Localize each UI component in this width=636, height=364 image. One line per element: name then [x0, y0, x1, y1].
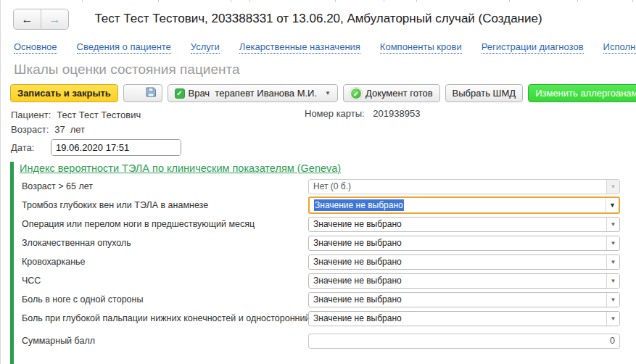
forward-arrow-icon: → [49, 13, 61, 26]
patient-info: Пациент: Тест Тест Тестович Номер карты:… [1, 107, 636, 157]
floppy-save-icon [129, 75, 157, 111]
save-and-close-button[interactable]: Записать и закрыть [10, 84, 118, 102]
combo-value: Значение не выбрано [310, 198, 606, 212]
chevron-down-icon[interactable]: ▼ [606, 218, 619, 231]
chevron-down-icon[interactable]: ▼ [606, 293, 619, 307]
combo-value: Значение не выбрано [309, 236, 606, 250]
tab-services[interactable]: Услуги [191, 41, 220, 54]
combo-leg-pain[interactable]: Значение не выбрано ▼ [308, 292, 620, 307]
chevron-down-icon[interactable]: ▼ [606, 312, 619, 326]
age-label: Возраст: [11, 124, 49, 135]
combo-value: Значение не выбрано [309, 293, 606, 307]
card-number-block: Номер карты: 201938953 [305, 108, 420, 119]
combo-value: Значение не выбрано [309, 218, 606, 231]
checkbox-checked-icon: ✓ [175, 88, 185, 99]
tab-performers[interactable]: Исполнители [603, 41, 636, 54]
field-label-malignancy: Злокачественная опухоль [20, 233, 308, 252]
chevron-down-icon[interactable]: ▼ [606, 236, 619, 250]
ambulatory-case-window: { "window": { "title": "Тест Тест Тестов… [0, 0, 636, 364]
combo-palpation-pain-edema[interactable]: Значение не выбрано ▼ [308, 311, 620, 326]
card-number-value: 201938953 [373, 108, 420, 119]
section-tabs: Основное Сведения о пациенте Услуги Лека… [1, 41, 636, 54]
date-line: Дата: [11, 138, 636, 157]
patient-label: Пациент: [11, 109, 51, 120]
field-label-surgery-fracture: Операция или перелом ноги в предшествующ… [20, 215, 308, 233]
combo-heart-rate[interactable]: Значение не выбрано ▼ [308, 273, 620, 289]
combo-age-over-65[interactable]: Нет (0 б.) ▼ [308, 179, 620, 194]
tab-blood-components[interactable]: Компоненты крови [380, 41, 462, 54]
toolbar: Записать и закрыть ✓ Врач терапевт Ивано… [1, 84, 636, 102]
tab-main[interactable]: Основное [14, 41, 57, 54]
combo-malignancy[interactable]: Значение не выбрано ▼ [308, 236, 620, 251]
green-check-circle-icon: ✓ [350, 88, 362, 99]
date-field [51, 139, 181, 156]
history-nav: ← → [13, 9, 69, 30]
combo-hemoptysis[interactable]: Значение не выбрано ▼ [308, 255, 620, 270]
combo-value: Нет (0 б.) [309, 180, 606, 194]
field-label-age-over-65: Возраст > 65 лет [20, 177, 308, 196]
selected-text: Значение не выбрано [314, 199, 404, 211]
page-subtitle: Шкалы оценки состояния пациента [1, 62, 636, 78]
field-label-palpation-pain-edema: Боль при глубокой пальпации нижних конеч… [20, 309, 308, 328]
top-edge-artifacts [1, 0, 636, 3]
tab-patient-info[interactable]: Сведения о пациенте [77, 41, 171, 54]
save-button[interactable] [123, 84, 162, 102]
combo-dvt-history[interactable]: Значение не выбрано ▼ [308, 197, 620, 214]
date-label: Дата: [11, 142, 45, 153]
page-title: Тест Тест Тестович, 203388331 от 13.06.2… [1, 12, 636, 26]
age-value: 37 [54, 124, 65, 135]
combo-value: Значение не выбрано [309, 255, 606, 269]
geneva-scale-title[interactable]: Индекс вероятности ТЭЛА по клиническим п… [20, 162, 341, 174]
back-arrow-icon: ← [22, 13, 33, 26]
card-number-label: Номер карты: [305, 108, 365, 119]
tab-diagnoses[interactable]: Регистрации диагнозов [482, 41, 584, 54]
patient-name: Тест Тест Тестович [57, 109, 141, 120]
doctor-select[interactable]: ✓ Врач терапевт Иванова М.И. ▼ [168, 84, 338, 102]
doctor-select-label: Врач терапевт Иванова М.И. [189, 88, 318, 99]
chevron-down-icon[interactable]: ▼ [606, 180, 619, 194]
field-label-dvt-history: Тромбоз глубоких вен или ТЭЛА в анамнезе [20, 196, 308, 215]
chevron-down-icon[interactable]: ▼ [606, 274, 619, 288]
scale-form: Возраст > 65 лет Нет (0 б.) ▼ Тромбоз гл… [20, 177, 620, 350]
combo-surgery-fracture[interactable]: Значение не выбрано ▼ [308, 217, 620, 232]
geneva-scale-section: Индекс вероятности ТЭЛА по клиническим п… [10, 162, 620, 364]
chevron-down-icon[interactable]: ▼ [606, 255, 619, 269]
total-score-input[interactable] [308, 334, 620, 349]
back-button[interactable]: ← [14, 9, 41, 29]
combo-value: Значение не выбрано [309, 274, 606, 288]
chevron-down-icon: ▼ [325, 90, 331, 96]
patient-line: Пациент: Тест Тест Тестович Номер карты:… [11, 107, 636, 122]
field-label-hemoptysis: Кровохарканье [20, 252, 308, 271]
select-shmd-button[interactable]: Выбрать ШМД [445, 84, 524, 102]
total-score-label: Суммарный балл [20, 331, 308, 350]
document-ready-button[interactable]: ✓ Документ готов [343, 84, 440, 102]
date-input[interactable] [51, 140, 181, 155]
document-ready-label: Документ готов [366, 88, 433, 99]
tab-medications[interactable]: Лекарственные назначения [239, 41, 360, 54]
field-label-leg-pain: Боль в ноге с одной стороны [20, 290, 308, 309]
change-allergy-button[interactable]: Изменить аллергоанамнез [528, 84, 636, 102]
window-header: Тест Тест Тестович, 203388331 от 13.06.2… [1, 6, 636, 38]
combo-value: Значение не выбрано [309, 312, 606, 326]
age-line: Возраст: 37 лет [11, 122, 636, 136]
forward-button[interactable]: → [41, 9, 68, 29]
chevron-down-icon[interactable]: ▼ [606, 198, 619, 212]
age-units: лет [70, 124, 85, 135]
field-label-heart-rate: ЧСС [20, 271, 308, 290]
